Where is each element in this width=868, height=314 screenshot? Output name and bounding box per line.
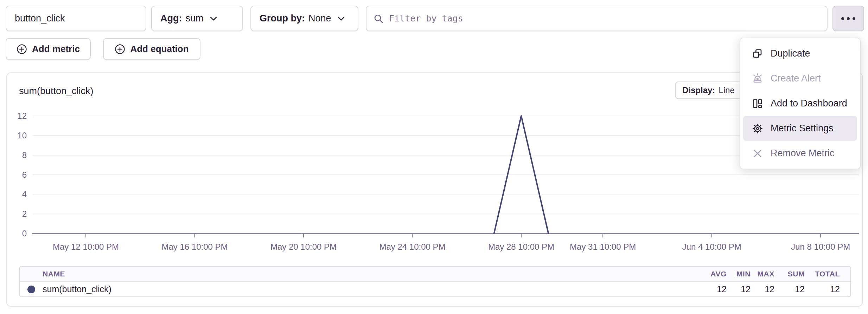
svg-text:May 12 10:00 PM: May 12 10:00 PM [53, 242, 119, 251]
series-name: sum(button_click) [43, 284, 111, 294]
group-by-label: Group by: [260, 13, 305, 24]
gear-icon [752, 123, 764, 135]
display-label: Display: [682, 85, 715, 95]
add-metric-button[interactable]: Add metric [6, 38, 91, 60]
menu-item-remove-metric: Remove Metric [743, 141, 857, 166]
aggregation-select[interactable]: Agg: sum [151, 6, 243, 31]
column-max: MAX [751, 270, 774, 278]
menu-item-label: Remove Metric [771, 148, 835, 159]
menu-item-duplicate[interactable]: Duplicate [743, 41, 857, 66]
agg-label: Agg: [160, 13, 182, 24]
series-sum: 12 [774, 284, 805, 294]
column-min: MIN [727, 270, 751, 278]
search-icon [374, 14, 383, 24]
summary-table-header: NAME AVG MIN MAX SUM TOTAL [20, 267, 850, 282]
svg-text:2: 2 [22, 209, 27, 218]
ellipsis-icon [841, 17, 855, 20]
tag-filter-field [366, 6, 828, 31]
more-options-button[interactable] [832, 6, 864, 31]
svg-text:Jun 8 10:00 PM: Jun 8 10:00 PM [791, 242, 850, 251]
svg-text:Jun 4 10:00 PM: Jun 4 10:00 PM [682, 242, 741, 251]
metric-name-input[interactable] [6, 6, 146, 31]
add-metric-label: Add metric [32, 44, 80, 54]
menu-item-create-alert: Create Alert [743, 66, 857, 91]
menu-item-add-to-dashboard[interactable]: Add to Dashboard [743, 91, 857, 116]
display-value: Line [719, 85, 734, 95]
series-max: 12 [751, 284, 774, 294]
svg-text:6: 6 [22, 170, 27, 179]
chevron-down-icon [338, 17, 345, 21]
line-chart[interactable]: 024681012May 12 10:00 PMMay 16 10:00 PMM… [7, 94, 862, 284]
dashboard-icon [752, 98, 764, 110]
menu-item-label: Metric Settings [771, 123, 834, 134]
menu-item-label: Duplicate [771, 48, 810, 59]
svg-text:10: 10 [17, 131, 27, 140]
series-min: 12 [727, 284, 751, 294]
svg-text:4: 4 [22, 189, 27, 199]
add-equation-label: Add equation [130, 44, 189, 54]
tag-filter-input[interactable] [388, 13, 820, 24]
series-row[interactable]: sum(button_click) 12 12 12 12 12 [20, 282, 850, 296]
chevron-down-icon [210, 17, 217, 21]
metric-chart-panel: sum(button_click) Display: Line 02468101… [6, 72, 863, 307]
plus-circle-icon [115, 44, 125, 54]
svg-text:May 24 10:00 PM: May 24 10:00 PM [379, 242, 445, 251]
metric-actions-menu: Duplicate Create Alert Add to Dashboard [740, 38, 861, 169]
plus-circle-icon [17, 44, 27, 54]
svg-text:May 20 10:00 PM: May 20 10:00 PM [270, 242, 337, 251]
column-sum: SUM [774, 270, 805, 278]
series-total: 12 [805, 284, 840, 294]
svg-text:8: 8 [22, 150, 27, 160]
svg-text:May 16 10:00 PM: May 16 10:00 PM [161, 242, 228, 251]
column-total: TOTAL [805, 270, 840, 278]
column-avg: AVG [703, 270, 727, 278]
duplicate-icon [752, 48, 764, 60]
group-by-value: None [308, 13, 331, 24]
svg-text:0: 0 [22, 229, 27, 238]
alert-siren-icon [752, 73, 764, 85]
series-summary-table: NAME AVG MIN MAX SUM TOTAL sum(button_cl… [19, 266, 851, 297]
menu-item-label: Create Alert [771, 73, 821, 84]
x-icon [752, 148, 764, 159]
series-avg: 12 [703, 284, 727, 294]
menu-item-metric-settings[interactable]: Metric Settings [743, 116, 857, 141]
agg-value: sum [185, 13, 203, 24]
series-color-dot [27, 286, 35, 293]
svg-text:May 28 10:00 PM: May 28 10:00 PM [488, 242, 554, 251]
group-by-select[interactable]: Group by: None [250, 6, 358, 31]
menu-item-label: Add to Dashboard [771, 98, 847, 109]
add-equation-button[interactable]: Add equation [103, 38, 200, 60]
column-name: NAME [20, 270, 703, 278]
svg-text:12: 12 [17, 111, 27, 120]
svg-text:May 31 10:00 PM: May 31 10:00 PM [570, 242, 636, 251]
